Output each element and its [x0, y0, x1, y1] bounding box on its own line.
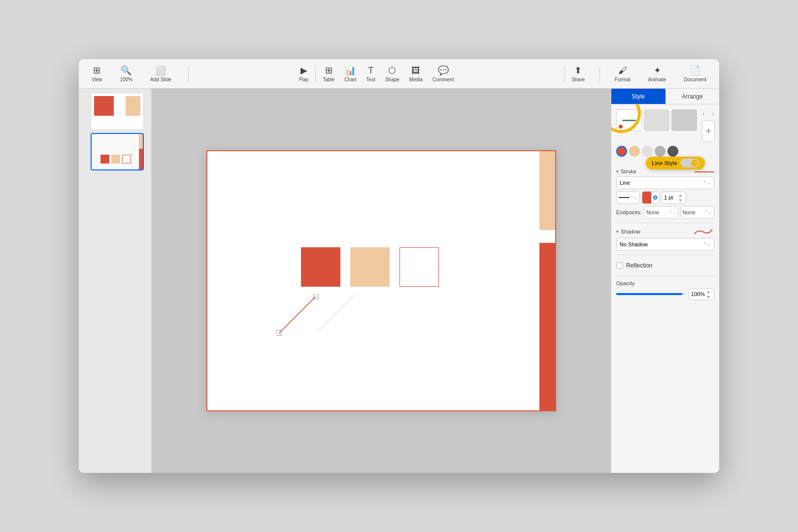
divider-3 — [616, 276, 714, 276]
slide-thumb-inner-2 — [92, 134, 143, 169]
zoom-button[interactable]: 🔍 100% — [115, 63, 138, 84]
slide-thumb-1[interactable] — [91, 93, 144, 130]
thumb1-red-shape — [94, 96, 114, 116]
endpoint-left-select[interactable]: None ⌃⌄ — [644, 206, 678, 219]
shape-label: Shape — [385, 77, 399, 82]
svg-line-3 — [318, 294, 355, 331]
line-selected[interactable] — [276, 294, 321, 338]
peach-square[interactable] — [350, 247, 390, 287]
table-label: Table — [323, 77, 334, 82]
endpoint-right-select[interactable]: None ⌃⌄ — [680, 206, 715, 219]
shadow-type-select[interactable]: No Shadow ⌃⌄ — [616, 238, 714, 251]
slide-thumb-2[interactable] — [91, 133, 144, 170]
color-option-dark[interactable] — [667, 146, 678, 157]
style-swatch-1[interactable] — [616, 109, 642, 131]
add-style-button[interactable]: + — [702, 120, 715, 142]
stroke-type-select[interactable]: Line ⌃⌄ — [616, 176, 714, 189]
color-option-darkgray[interactable] — [655, 146, 665, 157]
swatch-1-container — [616, 109, 642, 131]
opacity-slider-track[interactable] — [616, 293, 686, 295]
animate-button[interactable]: ✦ Animate — [643, 63, 671, 84]
document-icon: 📄 — [690, 65, 700, 76]
red-square[interactable] — [301, 247, 340, 287]
chart-button[interactable]: 📊 Chart — [339, 63, 361, 84]
main-area: 1 2 — [79, 89, 719, 473]
view-button[interactable]: ⊞ View — [87, 63, 107, 84]
thumb2-peach — [111, 155, 120, 164]
stroke-type-row: Line ⌃⌄ — [616, 176, 714, 189]
color-option-gray[interactable] — [642, 146, 653, 157]
shadow-section: ▾ Shadow No Shadow ⌃⌄ — [616, 227, 714, 251]
play-button[interactable]: ▶ Play — [294, 63, 313, 84]
width-up-button[interactable]: ▲ — [677, 193, 684, 198]
stroke-width-stepper[interactable]: ▲ ▼ — [677, 193, 684, 202]
opacity-slider-fill — [616, 293, 682, 295]
endpoints-row: Endpoints: None ⌃⌄ None ⌃⌄ — [616, 206, 714, 219]
opacity-down-button[interactable]: ▼ — [705, 294, 712, 299]
line-preview — [619, 197, 630, 198]
opacity-row: 100% ▲ ▼ — [616, 288, 714, 300]
reflection-checkbox[interactable] — [616, 262, 623, 269]
slide-canvas — [206, 150, 556, 411]
play-label: Play — [299, 77, 308, 82]
color-option-red[interactable] — [616, 146, 627, 157]
thumb2-red — [100, 155, 109, 164]
text-label: Text — [366, 77, 375, 82]
swatch-arrows: ‹ › — [699, 109, 718, 118]
style-swatch-2[interactable] — [644, 109, 669, 131]
width-down-button[interactable]: ▼ — [677, 198, 684, 202]
line-style-select[interactable]: ⌃⌄ — [616, 191, 640, 204]
text-button[interactable]: T Text — [362, 64, 380, 84]
media-icon: 🖼 — [411, 66, 420, 76]
thumb1-peach-shape — [126, 96, 140, 116]
arrange-tab[interactable]: Arrange — [665, 89, 720, 104]
chart-label: Chart — [344, 77, 356, 82]
format-label: Format — [615, 77, 631, 82]
color-options-row — [616, 146, 714, 157]
view-label: View — [92, 77, 102, 82]
divider-2 — [616, 255, 714, 255]
canvas-area[interactable] — [152, 89, 611, 473]
media-button[interactable]: 🖼 Media — [404, 64, 428, 84]
add-slide-button[interactable]: ⬜ Add Slide — [145, 63, 176, 84]
style-swatches-grid — [616, 109, 697, 131]
shadow-type-row: No Shadow ⌃⌄ — [616, 238, 714, 251]
style-swatch-3[interactable] — [671, 109, 697, 131]
share-button[interactable]: ⬆ Share — [566, 63, 590, 84]
thumb2-deco-red — [139, 149, 143, 169]
deco-peach-bar — [539, 151, 555, 230]
table-button[interactable]: ⊞ Table — [318, 63, 339, 84]
swatch-line-indicator — [622, 120, 636, 121]
shape-button[interactable]: ⬡ Shape — [380, 63, 404, 84]
zoom-label: 100% — [120, 77, 133, 82]
media-label: Media — [409, 77, 423, 82]
swatch-next-arrow[interactable]: › — [709, 109, 718, 118]
eye-dropper-icon — [651, 195, 659, 200]
stroke-color-button[interactable] — [642, 191, 660, 204]
opacity-section: Opacity 100% ▲ ▼ — [616, 280, 714, 300]
opacity-stepper[interactable]: ▲ ▼ — [705, 289, 712, 299]
text-icon: T — [368, 66, 373, 76]
opacity-up-button[interactable]: ▲ — [705, 289, 712, 294]
thumb2-outline — [122, 155, 131, 164]
thumb2-deco-peach — [139, 134, 143, 149]
share-label: Share — [571, 77, 585, 82]
format-button[interactable]: 🖌 Format — [610, 64, 635, 84]
outline-square[interactable] — [399, 247, 439, 287]
swatch-prev-arrow[interactable]: ‹ — [699, 109, 708, 118]
opacity-label: Opacity — [616, 280, 714, 286]
table-icon: ⊞ — [325, 65, 332, 76]
opacity-value-control[interactable]: 100% ▲ ▼ — [689, 288, 714, 300]
stroke-width-control[interactable]: 1 pt ▲ ▼ — [662, 191, 686, 204]
line-style-toggle[interactable] — [680, 159, 699, 167]
document-button[interactable]: 📄 Document — [679, 63, 711, 84]
stroke-chevron[interactable]: ▾ — [616, 169, 619, 174]
style-tab[interactable]: Style — [611, 89, 665, 104]
line-ghost — [316, 292, 360, 336]
color-option-peach[interactable] — [629, 146, 640, 157]
stroke-color-swatch — [642, 192, 651, 203]
shadow-chevron[interactable]: ▾ — [616, 229, 619, 234]
comment-button[interactable]: 💬 Comment — [428, 63, 459, 84]
swatch-nav: ‹ › + — [699, 109, 718, 142]
format-content: ‹ › + Line Style — [611, 104, 719, 473]
